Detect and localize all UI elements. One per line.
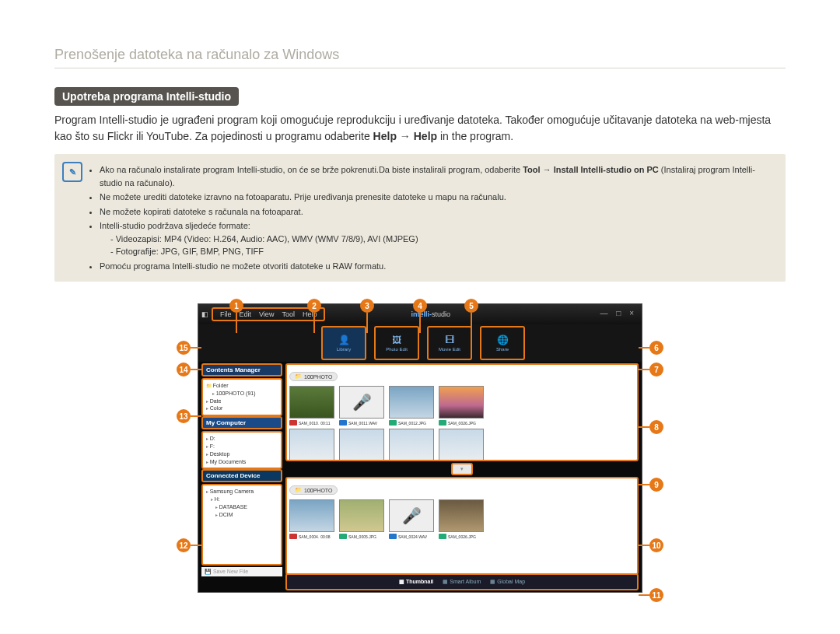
intro-help-1: Help — [373, 130, 397, 142]
note-item-1: Ako na računalo instalirate program Inte… — [100, 163, 775, 189]
callout-3: 3 — [360, 299, 374, 313]
folder-100photo[interactable]: 100PHOTO (91) — [212, 390, 278, 398]
folder-database[interactable]: DATABASE — [215, 503, 278, 511]
window-controls[interactable]: — □ × — [600, 309, 637, 317]
note-item-3: Ne možete kopirati datoteke s računala n… — [100, 205, 775, 219]
callout-15: 15 — [177, 341, 191, 355]
tab-share[interactable]: 🌐Share — [480, 326, 525, 360]
folder-dcim[interactable]: DCIM — [215, 511, 278, 519]
thumb-extra-3[interactable] — [389, 429, 432, 461]
callout-2: 2 — [307, 299, 321, 313]
menu-tool[interactable]: Tool — [278, 310, 299, 318]
callout-14: 14 — [177, 363, 191, 377]
drive-f[interactable]: F: — [206, 443, 278, 450]
intro-paragraph: Program Intelli-studio je ugrađeni progr… — [54, 112, 786, 145]
drive-d[interactable]: D: — [206, 435, 278, 443]
callout-8: 8 — [649, 420, 663, 434]
thumb-bot-2[interactable]: SAM_0005.JPG — [339, 499, 383, 539]
menu-view[interactable]: View — [255, 310, 278, 318]
app-screenshot-diagram: 1 2 3 4 5 15 14 13 12 6 7 8 9 10 11 — [183, 303, 657, 618]
breadcrumb-top[interactable]: 100PHOTO — [289, 372, 338, 381]
thumb-top-2[interactable]: 🎤SAM_0011.WAV — [339, 386, 383, 426]
device-camera[interactable]: Samsung Camera — [206, 488, 278, 496]
callout-11: 11 — [649, 588, 663, 602]
thumb-top-3[interactable]: SAM_0012.JPG — [389, 386, 432, 426]
intelli-studio-window: ◧ File Edit View Tool Help intelli-studi… — [198, 303, 642, 593]
thumb-bot-3[interactable]: 🎤SAM_0024.WAV — [389, 499, 432, 539]
tab-photo-edit[interactable]: 🖼Photo Edit — [374, 326, 419, 360]
callout-6: 6 — [649, 341, 663, 355]
callout-4: 4 — [413, 299, 427, 313]
intro-arrow: → — [400, 130, 414, 142]
note-sub-video: - Videozapisi: MP4 (Video: H.264, Audio:… — [110, 233, 775, 246]
folder-desktop[interactable]: Desktop — [206, 450, 278, 458]
pane-divider[interactable]: ▾ — [451, 463, 473, 475]
section-heading: Upotreba programa Intelli-studio — [54, 87, 239, 106]
note-sub-photo: - Fotografije: JPG, GIF, BMP, PNG, TIFF — [110, 245, 775, 258]
note-item-4: Intelli-studio podržava sljedeće formate… — [100, 219, 775, 258]
bottom-browser-pane[interactable]: 100PHOTO SAM_0004. 00:08 SAM_0005.JPG 🎤S… — [285, 477, 639, 575]
drive-h[interactable]: H: — [211, 496, 278, 503]
contents-manager-header[interactable]: Contents Manager — [201, 363, 282, 377]
content-area: 100PHOTO SAM_0010. 00:11 🎤SAM_0011.WAV S… — [285, 363, 639, 575]
callout-12: 12 — [177, 538, 191, 552]
callout-5: 5 — [464, 299, 478, 313]
intro-help-2: Help — [414, 130, 437, 142]
callout-10: 10 — [649, 538, 663, 552]
note-icon: ✎ — [62, 162, 82, 182]
callout-13: 13 — [177, 409, 191, 423]
thumb-extra-1[interactable] — [289, 429, 333, 461]
sidebar: Contents Manager Folder 100PHOTO (91) Da… — [201, 363, 282, 576]
group-color[interactable]: Color — [206, 405, 278, 412]
top-browser-pane[interactable]: 100PHOTO SAM_0010. 00:11 🎤SAM_0011.WAV S… — [285, 363, 639, 461]
my-computer-body[interactable]: D: F: Desktop My Documents — [201, 431, 282, 469]
page-title: Prenošenje datoteka na računalo za Windo… — [54, 47, 786, 68]
view-global-map[interactable]: Global Map — [490, 579, 525, 585]
callout-1: 1 — [229, 299, 243, 313]
note-item-2: Ne možete urediti datoteke izravno na fo… — [100, 191, 775, 204]
note-item-5: Pomoću programa Intelli-studio ne možete… — [100, 260, 775, 273]
callout-9: 9 — [649, 478, 663, 492]
folder-root[interactable]: Folder — [206, 382, 278, 390]
connected-device-header[interactable]: Connected Device — [201, 469, 282, 482]
view-mode-bar[interactable]: Thumbnail Smart Album Global Map — [285, 573, 639, 590]
thumb-extra-2[interactable] — [339, 429, 383, 461]
thumb-top-4[interactable]: SAM_0026.JPG — [439, 386, 482, 426]
view-smart-album[interactable]: Smart Album — [443, 579, 481, 585]
folder-documents[interactable]: My Documents — [206, 458, 278, 466]
my-computer-header[interactable]: My Computer — [201, 416, 282, 429]
thumb-extra-4[interactable] — [439, 429, 482, 461]
group-date[interactable]: Date — [206, 398, 278, 405]
thumb-top-1[interactable]: SAM_0010. 00:11 — [289, 386, 333, 426]
save-new-file[interactable]: 💾 Save New File — [201, 567, 282, 576]
breadcrumb-bottom[interactable]: 100PHOTO — [289, 485, 338, 495]
intro-tail: in the program. — [440, 130, 513, 142]
tab-library[interactable]: 👤Library — [321, 326, 366, 360]
connected-device-body[interactable]: Samsung Camera H: DATABASE DCIM — [201, 484, 282, 566]
contents-manager-body[interactable]: Folder 100PHOTO (91) Date Color — [201, 378, 282, 416]
callout-7: 7 — [649, 363, 663, 377]
thumb-bot-1[interactable]: SAM_0004. 00:08 — [289, 499, 333, 539]
thumb-bot-4[interactable]: SAM_0026.JPG — [439, 499, 482, 539]
view-thumbnail[interactable]: Thumbnail — [399, 579, 433, 585]
tab-movie-edit[interactable]: 🎞Movie Edit — [427, 326, 472, 360]
note-panel: ✎ Ako na računalo instalirate program In… — [54, 154, 786, 282]
